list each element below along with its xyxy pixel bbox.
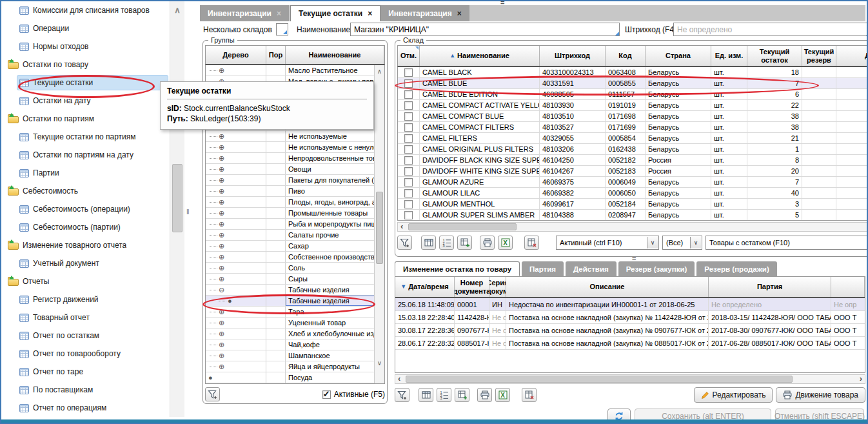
sidebar-item[interactable]: Остатки на дату: [1, 92, 170, 110]
column-header-datetime[interactable]: ▼Дата/время: [395, 277, 455, 297]
group-row[interactable]: ⊕ Соль: [206, 263, 384, 274]
row-checkbox[interactable]: [404, 101, 413, 110]
sidebar-item[interactable]: Отчет по таре: [1, 363, 170, 381]
tree-node-icon[interactable]: ⊕: [219, 165, 224, 174]
chevron-down-icon[interactable]: ∨: [690, 237, 701, 248]
group-row[interactable]: ⊕ Плоды, ягоды, виноград, арб: [206, 197, 384, 208]
document-tab[interactable]: Текущие остатки ×: [290, 5, 380, 21]
group-row[interactable]: ⊕ Не используемые с ненулев: [206, 142, 384, 153]
group-row[interactable]: ⊕ Промышленные товары: [206, 208, 384, 219]
row-checkbox[interactable]: [404, 200, 413, 208]
sidebar-item[interactable]: Товарный отчет: [1, 308, 170, 327]
sidebar-item[interactable]: Партии: [1, 164, 170, 182]
sidebar-item[interactable]: По поставщикам: [1, 381, 170, 399]
row-checkbox[interactable]: [404, 156, 413, 165]
row-checkbox[interactable]: [404, 178, 413, 187]
row-checkbox[interactable]: [404, 68, 413, 77]
column-header-doc-series[interactable]: Серия докум: [489, 277, 506, 297]
group-row[interactable]: ⊖ Табачные изделия: [206, 285, 384, 296]
stock-hscrollbar[interactable]: ‹ ›: [397, 222, 868, 232]
detail-row[interactable]: 28.06.17 22:28:32 0885017-ЮК Не определе…: [395, 337, 865, 350]
tree-node-icon[interactable]: ⊕: [219, 330, 224, 338]
scrollbar-thumb[interactable]: [172, 164, 182, 232]
row-checkbox[interactable]: [404, 123, 413, 132]
column-header-available-qty[interactable]: Доступ к-во (вс: [836, 46, 868, 66]
stock-row[interactable]: CAMEL COMPACT ACTIVATE YELLOW 48103930 0…: [398, 100, 868, 111]
sidebar-item[interactable]: Отчет по операциям: [1, 399, 170, 417]
tree-node-icon[interactable]: ⊕: [219, 308, 224, 316]
detail-tab[interactable]: Изменение остатка по товару: [395, 261, 520, 276]
sidebar-item[interactable]: Отчеты: [1, 272, 170, 290]
tree-node-icon[interactable]: ⊖: [219, 286, 224, 294]
stock-row[interactable]: GLAMOUR MENTHOL 46099617 0052184 Беларус…: [398, 199, 868, 210]
filter-add-button[interactable]: [395, 388, 409, 402]
scrollbar-thumb[interactable]: [406, 376, 793, 383]
group-row[interactable]: ● Посуда: [206, 372, 384, 383]
detail-row[interactable]: 25.06.18 11:48:09 00001 ИН Недостача по …: [395, 298, 865, 311]
tree-node-icon[interactable]: ⊕: [219, 176, 224, 185]
barcode-filter-input[interactable]: [673, 23, 868, 36]
row-checkbox[interactable]: [404, 79, 413, 88]
stock-filter-select[interactable]: Товары с остатком (F10)∨: [705, 236, 868, 250]
active-filter-select[interactable]: Активный (ctrl F10)∨: [556, 236, 659, 250]
group-row[interactable]: ⊕ Тара: [206, 307, 384, 318]
sidebar-scrollbar[interactable]: ∧: [170, 1, 184, 417]
tree-node-icon[interactable]: ⊕: [219, 220, 224, 228]
close-icon[interactable]: ×: [457, 9, 462, 18]
column-header-batch[interactable]: Партия: [709, 277, 831, 297]
group-row[interactable]: ⊕ Хлеб и хлебобулочные изде: [206, 328, 384, 339]
column-header-current-qty[interactable]: Текущий остаток: [747, 46, 802, 66]
column-header-name[interactable]: Наименование: [286, 46, 384, 64]
filter-add-button[interactable]: [397, 236, 412, 250]
tree-node-icon[interactable]: ⊕: [219, 187, 224, 196]
stock-row[interactable]: GLAMOUR AZURE 46069375 0006049 Беларусь …: [398, 177, 868, 188]
tree-node-icon[interactable]: ⊕: [219, 319, 224, 327]
detail-tab[interactable]: Резерв (закупки): [618, 261, 695, 276]
sidebar-item[interactable]: Себестоимость: [1, 182, 170, 200]
column-header-tree[interactable]: Дерево: [206, 46, 266, 64]
sidebar-item[interactable]: Текущие остатки: [1, 74, 170, 92]
group-row[interactable]: ⊕ Пиво: [206, 186, 384, 197]
document-tab[interactable]: Инвентаризации ×: [200, 5, 290, 21]
excel-export-button[interactable]: X: [498, 236, 513, 250]
scroll-right-icon[interactable]: ›: [860, 374, 862, 383]
column-header-extra[interactable]: [831, 277, 865, 297]
detail-tab[interactable]: Резерв (продажи): [696, 261, 776, 276]
column-header-barcode[interactable]: Штрихкод: [540, 46, 606, 66]
stock-row[interactable]: CAMEL ORIGINAL PLUS FILTERS 48103206 016…: [398, 144, 868, 155]
chevron-down-icon[interactable]: ∨: [647, 237, 658, 248]
sidebar-item[interactable]: Операции: [1, 19, 170, 37]
sidebar-item[interactable]: Нормы отходов: [1, 37, 170, 56]
sidebar-item[interactable]: Изменение товарного отчета: [1, 236, 170, 254]
print-button[interactable]: [477, 388, 492, 402]
row-checkbox[interactable]: [404, 189, 413, 197]
row-checkbox[interactable]: [404, 90, 413, 99]
row-checkbox[interactable]: [404, 145, 413, 154]
column-header-order[interactable]: Пор: [266, 46, 286, 64]
group-row[interactable]: ⊕ Чай,кофе: [206, 339, 384, 350]
column-header-description[interactable]: Описание: [506, 277, 709, 297]
column-header-country[interactable]: Страна: [646, 46, 711, 66]
tree-node-icon[interactable]: ⊕: [219, 242, 224, 250]
filter-add-button[interactable]: [205, 387, 220, 401]
sidebar-item[interactable]: Себестоимость (партии): [1, 218, 170, 236]
tree-node-icon[interactable]: ⊕: [219, 341, 224, 349]
column-settings-button[interactable]: [419, 388, 433, 402]
scrollbar-thumb[interactable]: [408, 223, 517, 230]
active-groups-checkbox[interactable]: [322, 390, 331, 399]
tree-node-icon[interactable]: ⊕: [219, 154, 224, 163]
tree-node-icon[interactable]: ⊕: [219, 253, 224, 261]
row-checkbox[interactable]: [404, 211, 413, 219]
groups-scrollbar[interactable]: ∧ ∨: [374, 65, 384, 383]
all-filter-select[interactable]: (Все)∨: [662, 236, 702, 250]
column-header-doc-number[interactable]: Номер документа: [455, 277, 489, 297]
aggregate-button[interactable]: [457, 236, 472, 250]
detail-tab[interactable]: Действия: [566, 261, 616, 276]
group-row[interactable]: ⊕ Не используемые: [206, 131, 384, 142]
scrollbar-thumb[interactable]: [376, 192, 383, 264]
scroll-left-icon[interactable]: ‹: [400, 221, 403, 231]
column-header-code[interactable]: Код: [606, 46, 646, 66]
scroll-down-icon[interactable]: ∨: [375, 359, 384, 367]
group-row[interactable]: ⊕ Сыры: [206, 274, 384, 285]
sidebar-item[interactable]: Текущие остатки по партиям: [1, 128, 170, 146]
